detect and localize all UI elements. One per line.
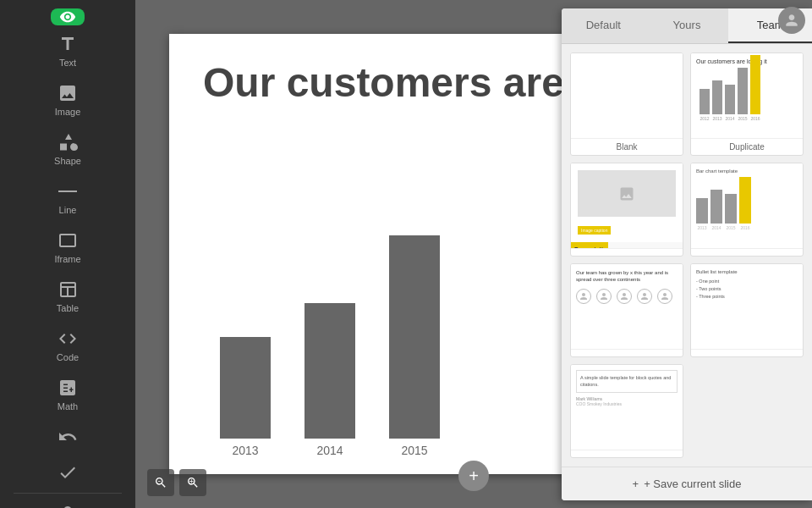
dup-bar-2 [725, 85, 735, 114]
avatar[interactable] [778, 7, 805, 34]
bc-bar-2 [725, 194, 737, 224]
template-quote-label [571, 450, 683, 457]
sidebar: Text Image Shape Line Iframe Table Code [0, 0, 135, 508]
bullet-item-1: - Two points [696, 285, 798, 293]
panel-tabs: Default Yours Team [562, 8, 812, 44]
team-icons [576, 289, 678, 304]
save-icon: + [633, 478, 639, 490]
sidebar-item-undo[interactable] [0, 418, 135, 454]
active-tool-btn[interactable] [51, 8, 85, 25]
sidebar-item-lock[interactable] [0, 497, 135, 508]
template-blank-label: Blank [571, 138, 683, 155]
zoom-in-btn[interactable] [179, 469, 206, 496]
team-icon-4 [657, 289, 672, 304]
canvas-area: Our customers are 2013 2014 2015 + + [135, 0, 812, 508]
bar-label-2014: 2014 [316, 444, 343, 457]
dup-bar-1 [712, 80, 722, 114]
template-title-slide[interactable]: Image caption Presentation title here by… [570, 163, 683, 257]
duplicate-preview: Our customers are loving it 2012 2013 20… [691, 53, 803, 138]
bc-bars [696, 177, 798, 224]
sidebar-item-image[interactable]: Image [0, 75, 135, 124]
team-icon-2 [617, 289, 632, 304]
team-icon-0 [576, 289, 591, 304]
dup-bar-labels: 2012 2013 2014 2015 2016 [696, 116, 798, 121]
barchart-preview: Bar chart template 2013 2014 2015 2016 [691, 163, 803, 248]
zoom-out-btn[interactable] [147, 469, 174, 496]
sidebar-item-text[interactable]: Text [0, 25, 135, 75]
bullet-preview: Bullet list template - One point - Two p… [691, 264, 803, 349]
template-bullet[interactable]: Bullet list template - One point - Two p… [690, 263, 804, 357]
bullet-item-2: - Three points [696, 293, 798, 301]
dup-bar-0 [700, 89, 710, 114]
sidebar-item-check[interactable] [0, 454, 135, 489]
bar-group-2013: 2013 [220, 337, 271, 457]
team-icon-3 [637, 289, 652, 304]
bc-bar-3 [739, 177, 751, 224]
sidebar-item-iframe[interactable]: Iframe [0, 222, 135, 271]
template-quote[interactable]: A simple slide template for block quotes… [570, 364, 683, 458]
template-duplicate-label: Duplicate [691, 138, 803, 155]
template-duplicate[interactable]: Our customers are loving it 2012 2013 20… [690, 52, 804, 156]
dup-title: Our customers are loving it [696, 58, 798, 64]
bullet-title: Bullet list template [696, 269, 798, 274]
template-grid: Blank Our customers are loving it 2012 [562, 44, 812, 467]
quote-preview: A simple slide template for block quotes… [571, 365, 683, 450]
sidebar-tools: Text Image Shape Line Iframe Table Code [0, 25, 135, 418]
bar-group-2014: 2014 [304, 303, 355, 457]
tab-yours[interactable]: Yours [645, 8, 729, 43]
bc-bar-0 [696, 198, 708, 224]
sidebar-label-shape: Shape [54, 156, 81, 166]
blank-preview [571, 53, 683, 138]
sidebar-label-text: Text [59, 58, 76, 68]
sidebar-item-shape[interactable]: Shape [0, 124, 135, 173]
bar-2013 [220, 337, 271, 439]
sidebar-item-line[interactable]: Line [0, 173, 135, 222]
dup-bar-4 [750, 55, 760, 114]
add-slide-below-btn[interactable]: + [458, 461, 489, 491]
title-slide-preview: Image caption Presentation title here by… [571, 163, 683, 248]
bc-labels: 2013 2014 2015 2016 [696, 225, 798, 230]
bar-label-2015: 2015 [401, 444, 427, 457]
slide-panel: Default Yours Team Blank Our customers a… [562, 8, 812, 500]
bar-label-2013: 2013 [232, 444, 258, 457]
sidebar-item-math[interactable]: Math [0, 369, 135, 418]
sidebar-label-line: Line [59, 205, 77, 215]
sidebar-label-iframe: Iframe [54, 254, 80, 264]
bar-2015 [389, 235, 440, 439]
template-title-label [571, 248, 683, 256]
quote-role: COO Smokey Industries [576, 401, 678, 406]
sidebar-label-math: Math [58, 401, 78, 411]
save-label: + Save current slide [644, 478, 741, 490]
sidebar-label-table: Table [57, 303, 79, 313]
template-barchart[interactable]: Bar chart template 2013 2014 2015 2016 [690, 163, 804, 257]
template-team-label [571, 349, 683, 356]
bar-group-2015: 2015 [389, 235, 440, 457]
bullet-item-0: - One point [696, 278, 798, 285]
canvas-bottom-toolbar [147, 469, 206, 496]
template-team-growth[interactable]: Our team has grown by x this year and is… [570, 263, 683, 357]
title-slide-left: Image caption [571, 163, 683, 242]
sidebar-item-table[interactable]: Table [0, 271, 135, 320]
template-barchart-label [691, 248, 803, 256]
sidebar-bottom-tools [0, 418, 135, 508]
sidebar-item-code[interactable]: Code [0, 320, 135, 369]
add-slide-right-btn[interactable]: + [526, 242, 550, 266]
template-bullet-label [691, 349, 803, 356]
team-title: Our team has grown by x this year and is… [576, 269, 678, 284]
team-preview: Our team has grown by x this year and is… [571, 264, 683, 349]
team-icon-1 [596, 289, 612, 304]
title-slide-right: Presentation title here by Jack Blarinso… [571, 242, 608, 248]
bar-2014 [304, 303, 355, 439]
save-current-slide-btn[interactable]: + + Save current slide [562, 467, 812, 500]
bc-bar-1 [710, 190, 722, 224]
quote-text: A simple slide template for block quotes… [576, 370, 678, 393]
tab-default[interactable]: Default [562, 8, 645, 43]
title-slide-text: Presentation title here [574, 246, 605, 248]
dup-bar-3 [738, 68, 748, 114]
sidebar-label-code: Code [57, 352, 79, 362]
bc-title: Bar chart template [696, 168, 798, 174]
template-blank[interactable]: Blank [570, 52, 683, 156]
sidebar-label-image: Image [55, 107, 81, 117]
dup-bars [696, 68, 798, 114]
